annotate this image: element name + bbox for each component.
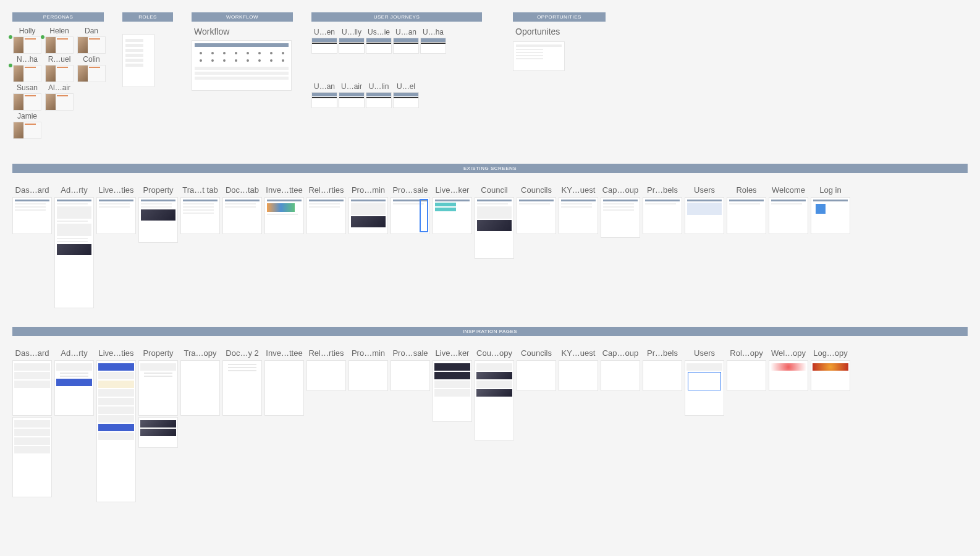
opportunities-header: Opportunities: [513, 12, 606, 22]
journey-frame[interactable]: U…lin: [366, 82, 392, 108]
screen-adrty[interactable]: Ad…rty: [54, 185, 94, 308]
workflow-section: Workflow Workflow: [192, 12, 293, 91]
insp-rolopy[interactable]: Rol…opy: [727, 348, 766, 391]
insp-property[interactable]: Property: [138, 348, 178, 448]
user-journeys-row1: U…en U…lly Us…ie U…an U…ha: [311, 28, 482, 54]
journey-frame[interactable]: U…el: [393, 82, 419, 108]
persona-dan[interactable]: Dan: [77, 27, 106, 54]
insp-welopy[interactable]: Wel…opy: [769, 348, 808, 391]
workflow-header: Workflow: [192, 12, 293, 22]
screen-property[interactable]: Property: [138, 185, 178, 243]
screen-roles[interactable]: Roles: [727, 185, 766, 234]
inspiration-section: Inspiration Pages Das…ard Ad…rty Live…ti…: [12, 327, 968, 502]
screen-liveker[interactable]: Live…ker: [433, 185, 472, 234]
insp-adrty[interactable]: Ad…rty: [54, 348, 94, 416]
screen-doctab[interactable]: Doc…tab: [222, 185, 262, 234]
insp-couopy[interactable]: Cou…opy: [475, 348, 514, 440]
insp-users[interactable]: Users: [685, 348, 724, 416]
user-journeys-section: User Journeys U…en U…lly Us…ie U…an U…ha…: [311, 12, 482, 108]
screen-trattab[interactable]: Tra…t tab: [180, 185, 220, 234]
persona-nha[interactable]: N…ha: [12, 55, 42, 82]
insp-relrties[interactable]: Rel…rties: [306, 348, 346, 391]
insp-kyuest[interactable]: KY…uest: [559, 348, 598, 391]
screen-council[interactable]: Council: [475, 185, 514, 259]
persona-helen[interactable]: Helen: [44, 27, 74, 54]
workflow-frame[interactable]: [192, 40, 292, 91]
journey-frame[interactable]: U…ha: [420, 28, 446, 54]
workflow-title: Workflow: [192, 27, 293, 36]
persona-holly[interactable]: Holly: [12, 27, 42, 54]
screen-dashboard[interactable]: Das…ard: [12, 185, 52, 234]
existing-screens-section: Existing Screens Das…ard Ad…rty Live…tie…: [12, 164, 968, 308]
roles-section: Roles: [122, 12, 173, 87]
journey-frame[interactable]: U…air: [339, 82, 365, 108]
persona-susan[interactable]: Susan: [12, 83, 42, 111]
persona-colin[interactable]: Colin: [77, 55, 106, 82]
insp-dashboard[interactable]: Das…ard: [12, 348, 52, 497]
personas-section: Personas Holly Helen Dan N…ha R…uel Coli…: [12, 12, 104, 139]
existing-screens-row: Das…ard Ad…rty Live…ties Property Tra…t …: [12, 185, 968, 308]
insp-liveker[interactable]: Live…ker: [433, 348, 472, 422]
screen-capoup[interactable]: Cap…oup: [601, 185, 640, 238]
screen-login[interactable]: Log in: [811, 185, 850, 234]
insp-councils[interactable]: Councils: [517, 348, 556, 391]
inspiration-row: Das…ard Ad…rty Live…ties Property Tra…op…: [12, 348, 968, 502]
persona-ruel[interactable]: R…uel: [44, 55, 74, 82]
insp-prosale[interactable]: Pro…sale: [391, 348, 430, 391]
screen-promin[interactable]: Pro…min: [348, 185, 388, 234]
persona-jamie[interactable]: Jamie: [12, 112, 42, 139]
personas-header: Personas: [12, 12, 104, 22]
journey-frame[interactable]: Us…ie: [366, 28, 392, 54]
persona-alair[interactable]: Al…air: [44, 83, 74, 111]
user-journeys-row2: U…an U…air U…lin U…el: [311, 82, 482, 108]
insp-promin[interactable]: Pro…min: [348, 348, 388, 391]
existing-screens-header: Existing Screens: [12, 164, 968, 173]
opportunities-title: Oportunites: [513, 27, 606, 36]
insp-liveties[interactable]: Live…ties: [96, 348, 136, 502]
screen-liveties[interactable]: Live…ties: [96, 185, 136, 234]
insp-prbels[interactable]: Pr…bels: [643, 348, 682, 391]
journey-frame[interactable]: U…lly: [339, 28, 365, 54]
journey-frame[interactable]: U…an: [393, 28, 419, 54]
insp-invettee[interactable]: Inve…ttee: [264, 348, 304, 416]
personas-grid: Holly Helen Dan N…ha R…uel Colin Susan A…: [12, 27, 104, 139]
opportunities-section: Opportunities Oportunites: [513, 12, 606, 71]
screen-welcome[interactable]: Welcome: [769, 185, 808, 234]
roles-header: Roles: [122, 12, 173, 22]
screen-invettee[interactable]: Inve…ttee: [264, 185, 304, 234]
screen-councils[interactable]: Councils: [517, 185, 556, 234]
user-journeys-header: User Journeys: [311, 12, 482, 22]
opportunities-frame[interactable]: [513, 41, 565, 71]
insp-logopy[interactable]: Log…opy: [811, 348, 850, 391]
roles-frame[interactable]: [122, 34, 154, 87]
screen-users[interactable]: Users: [685, 185, 724, 234]
screen-prbels[interactable]: Pr…bels: [643, 185, 682, 234]
insp-traopy[interactable]: Tra…opy: [180, 348, 220, 416]
insp-docy2[interactable]: Doc…y 2: [222, 348, 262, 416]
screen-kyuest[interactable]: KY…uest: [559, 185, 598, 234]
insp-capoup[interactable]: Cap…oup: [601, 348, 640, 391]
journey-frame[interactable]: U…an: [311, 82, 337, 108]
inspiration-header: Inspiration Pages: [12, 327, 968, 336]
journey-frame[interactable]: U…en: [311, 28, 337, 54]
screen-relrties[interactable]: Rel…rties: [306, 185, 346, 234]
screen-prosale[interactable]: Pro…sale: [391, 185, 430, 234]
